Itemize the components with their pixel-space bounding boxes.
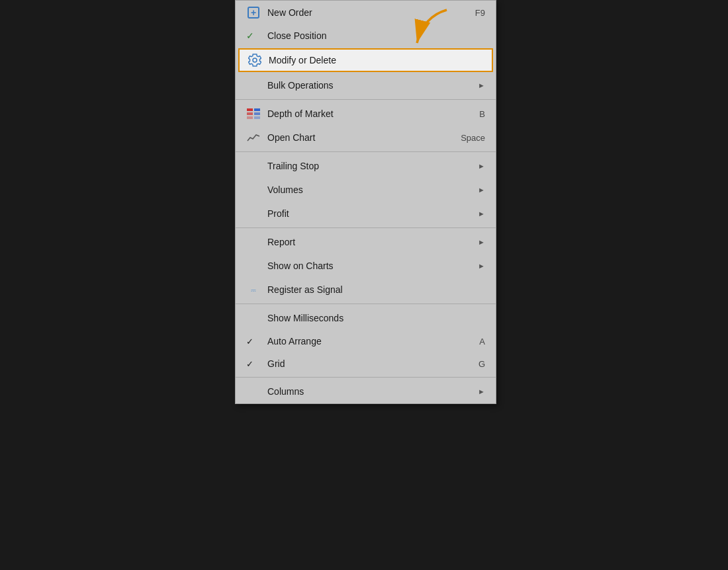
show-on-charts-label: Show on Charts (267, 261, 465, 271)
volumes-arrow: ► (478, 186, 485, 194)
menu-item-new-order[interactable]: + New Order F9 (236, 1, 496, 24)
depth-of-market-shortcut: B (479, 109, 485, 119)
volumes-label: Volumes (267, 184, 465, 195)
menu-item-report[interactable]: Report ► (236, 230, 496, 254)
columns-arrow: ► (478, 387, 485, 395)
close-position-label: Close Position (267, 30, 485, 41)
svg-rect-2 (254, 108, 260, 111)
show-on-charts-spacer (246, 259, 261, 273)
profit-spacer (246, 206, 261, 221)
menu-item-register-signal[interactable]: ⎓ Register as Signal (236, 278, 496, 302)
depth-of-market-icon (246, 106, 261, 121)
svg-rect-1 (247, 108, 253, 111)
menu-item-volumes[interactable]: Volumes ► (236, 178, 496, 202)
auto-arrange-label: Auto Arrange (267, 336, 466, 346)
modify-delete-label: Modify or Delete (269, 55, 484, 65)
profit-arrow: ► (478, 210, 485, 218)
grid-check: ✓ (246, 359, 261, 369)
bulk-operations-spacer (246, 78, 261, 93)
svg-rect-6 (254, 116, 260, 119)
auto-arrange-shortcut: A (479, 337, 485, 346)
bulk-operations-label: Bulk Operations (267, 80, 465, 91)
svg-rect-5 (247, 116, 253, 119)
signal-icon: ⎓ (246, 282, 261, 297)
divider-1 (236, 99, 496, 100)
depth-of-market-label: Depth of Market (267, 108, 466, 119)
report-arrow: ► (478, 238, 485, 246)
columns-spacer (246, 384, 261, 399)
show-milliseconds-spacer (246, 311, 261, 325)
trailing-stop-spacer (246, 159, 261, 173)
new-order-shortcut: F9 (475, 8, 485, 18)
volumes-spacer (246, 183, 261, 197)
grid-shortcut: G (478, 359, 485, 369)
context-menu: + New Order F9 ✓ Close Position Modify o… (235, 0, 496, 404)
profit-label: Profit (267, 208, 465, 219)
plus-icon: + (246, 5, 261, 20)
trailing-stop-arrow: ► (478, 162, 485, 170)
bulk-operations-arrow: ► (478, 81, 485, 89)
divider-3 (236, 227, 496, 228)
menu-item-modify-delete[interactable]: Modify or Delete (238, 48, 493, 72)
close-position-check: ✓ (246, 30, 261, 41)
menu-item-profit[interactable]: Profit ► (236, 202, 496, 225)
show-milliseconds-label: Show Milliseconds (267, 313, 485, 323)
report-label: Report (267, 237, 465, 247)
trailing-stop-label: Trailing Stop (267, 161, 465, 171)
auto-arrange-check: ✓ (246, 337, 261, 346)
columns-label: Columns (267, 386, 465, 397)
open-chart-shortcut: Space (461, 133, 485, 143)
menu-item-columns[interactable]: Columns ► (236, 380, 496, 403)
gear-icon (248, 53, 262, 67)
menu-item-show-on-charts[interactable]: Show on Charts ► (236, 254, 496, 278)
menu-item-auto-arrange[interactable]: ✓ Auto Arrange A (236, 330, 496, 352)
menu-item-show-milliseconds[interactable]: Show Milliseconds (236, 306, 496, 330)
context-menu-container: + New Order F9 ✓ Close Position Modify o… (235, 0, 496, 404)
chart-icon (246, 130, 261, 145)
menu-item-close-position[interactable]: ✓ Close Position (236, 24, 496, 47)
menu-item-grid[interactable]: ✓ Grid G (236, 352, 496, 375)
svg-rect-4 (254, 112, 260, 115)
menu-item-open-chart[interactable]: Open Chart Space (236, 126, 496, 149)
new-order-label: New Order (267, 7, 462, 18)
show-on-charts-arrow: ► (478, 262, 485, 270)
open-chart-label: Open Chart (267, 132, 447, 143)
report-spacer (246, 235, 261, 249)
divider-5 (236, 377, 496, 378)
grid-label: Grid (267, 358, 465, 369)
divider-4 (236, 304, 496, 304)
menu-item-trailing-stop[interactable]: Trailing Stop ► (236, 154, 496, 178)
divider-2 (236, 151, 496, 152)
svg-rect-3 (247, 112, 253, 115)
menu-item-bulk-operations[interactable]: Bulk Operations ► (236, 73, 496, 97)
register-signal-label: Register as Signal (267, 284, 485, 295)
menu-item-depth-of-market[interactable]: Depth of Market B (236, 102, 496, 126)
